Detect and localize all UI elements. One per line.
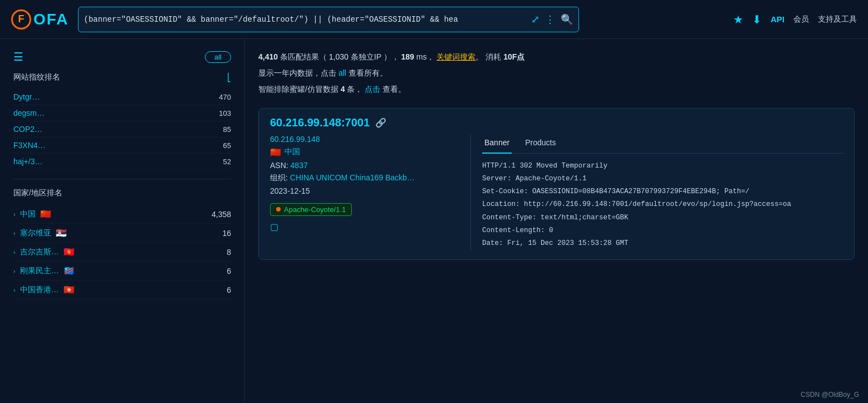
asn-label: ASN: [270, 161, 288, 170]
asn-value[interactable]: 4837 [291, 161, 308, 170]
china-flag: 🇨🇳 [270, 147, 281, 158]
result-unit: 条匹配结果（ [280, 52, 327, 61]
country-flag: 🇨🇩 [63, 266, 75, 276]
tech-dot [276, 207, 281, 212]
download-icon[interactable]: ⬇ [752, 13, 762, 26]
expand-arrow: › [13, 211, 16, 218]
filter-icon[interactable]: ☰ [13, 50, 23, 63]
expand-arrow: › [13, 287, 16, 293]
all-link[interactable]: all [339, 68, 346, 77]
country-label: 中国 [20, 209, 36, 219]
sidebar-country-item[interactable]: ›吉尔吉斯…🇰🇬8 [13, 243, 231, 262]
card-left: 60.216.99.148 🇨🇳 中国 ASN: 4837 组织: CHINA … [270, 135, 470, 251]
sidebar-divider [13, 179, 231, 179]
keyword-search-link[interactable]: 关键词搜索 [437, 52, 475, 61]
fp-label: haj+/3… [13, 157, 43, 166]
sidebar-filter-row: ☰ all [13, 50, 231, 63]
search-bar: ⤢ ⋮ 🔍 [78, 7, 579, 32]
sidebar-fingerprint-item[interactable]: Dytgr…470 [13, 89, 231, 105]
search-input[interactable] [84, 15, 531, 24]
country-count: 8 [227, 248, 231, 257]
ip-count: 1,030 [329, 52, 349, 61]
results-summary: 4,410 条匹配结果（ 1,030 条独立IP ）， 189 ms， 关键词搜… [258, 50, 855, 97]
star-icon[interactable]: ★ [733, 13, 743, 26]
fp-count: 470 [219, 93, 231, 101]
sidebar-fingerprint-item[interactable]: COP2…85 [13, 121, 231, 137]
fp-count: 52 [223, 158, 231, 166]
sidebar-country-item[interactable]: ›中国🇨🇳4,358 [13, 205, 231, 224]
expand-arrow: › [13, 230, 16, 237]
ip-only-link[interactable]: 60.216.99.148 [270, 135, 459, 144]
date-value: 2023-12-15 [270, 186, 310, 195]
tab-banner[interactable]: Banner [482, 135, 512, 154]
more-icon[interactable]: ⋮ [545, 13, 555, 26]
search-button[interactable]: 🔍 [561, 13, 573, 26]
sidebar-fingerprint-item[interactable]: F3XN4…65 [13, 137, 231, 154]
sidebar-country-item[interactable]: ›塞尔维亚🇷🇸16 [13, 224, 231, 243]
nav-member[interactable]: 会员 [793, 14, 809, 24]
honeypot-link[interactable]: 点击 [365, 85, 380, 94]
summary-line-3: 智能排除蜜罐/仿冒数据 4 条， 点击 查看。 [258, 82, 855, 96]
summary-line-1: 4,410 条匹配结果（ 1,030 条独立IP ）， 189 ms， 关键词搜… [258, 50, 855, 64]
country-count: 6 [227, 286, 231, 294]
country-flag: 🇭🇰 [63, 284, 75, 295]
country-label: 塞尔维亚 [20, 228, 51, 238]
org-row: 组织: CHINA UNICOM China169 Backb… [270, 173, 459, 183]
fp-label: COP2… [13, 125, 42, 134]
fingerprint-filter-icon[interactable]: ⎣ [227, 73, 231, 82]
fingerprint-list: Dytgr…470degsm…103COP2…85F3XN4…65haj+/3…… [13, 89, 231, 170]
tab-products[interactable]: Products [523, 135, 558, 154]
country-label: 刚果民主… [20, 266, 59, 276]
header: F OFA ⤢ ⋮ 🔍 ★ ⬇ API 会员 支持及工具 [0, 0, 868, 39]
main-container: ☰ all 网站指纹排名 ⎣ Dytgr…470degsm…103COP2…85… [0, 39, 868, 403]
product-cube-icon: ▢ [270, 222, 459, 232]
consume-text: 消耗 [486, 52, 501, 61]
org-value[interactable]: CHINA UNICOM China169 Backb… [290, 173, 415, 182]
country-list: ›中国🇨🇳4,358›塞尔维亚🇷🇸16›吉尔吉斯…🇰🇬8›刚果民主…🇨🇩6›中国… [13, 205, 231, 299]
logo-area: F OFA [11, 9, 69, 30]
api-button[interactable]: API [771, 14, 784, 24]
banner-line: Content-Length: 0 [482, 225, 843, 237]
summary-line-2: 显示一年内数据，点击 all 查看所有。 [258, 66, 855, 80]
banner-line: Content-Type: text/html;charset=GBK [482, 212, 843, 224]
logo-icon: F [11, 9, 31, 30]
expand-icon[interactable]: ⤢ [531, 13, 540, 26]
sidebar-country-item[interactable]: ›刚果民主…🇨🇩6 [13, 262, 231, 281]
card-header: 60.216.99.148:7001 🔗 [259, 109, 854, 135]
fp-count: 85 [223, 125, 231, 134]
sidebar-fingerprint-item[interactable]: degsm…103 [13, 105, 231, 121]
logo-text: OFA [33, 11, 69, 28]
fp-label: degsm… [13, 109, 45, 117]
tabs-row: BannerProducts [482, 135, 843, 154]
ip-port-link[interactable]: 60.216.99.148:7001 [270, 116, 370, 129]
country-name: 中国 [285, 147, 300, 157]
nav-support[interactable]: 支持及工具 [818, 14, 857, 24]
country-count: 4,358 [212, 210, 231, 219]
country-flag: 🇨🇳 [40, 209, 51, 219]
result-count: 4,410 [258, 52, 278, 61]
fp-label: Dytgr… [13, 92, 40, 101]
banner-line: Location: http://60.216.99.148:7001/defa… [482, 199, 843, 210]
footer-credit: CSDN @OldBoy_G [801, 391, 859, 399]
banner-line: Server: Apache-Coyote/1.1 [482, 173, 843, 185]
sidebar-country-item[interactable]: ›中国香港…🇭🇰6 [13, 281, 231, 299]
card-right: BannerProducts HTTP/1.1 302 Moved Tempor… [470, 135, 843, 251]
ip-unit: 条独立IP [351, 52, 381, 61]
country-row: 🇨🇳 中国 [270, 147, 459, 158]
asn-row: ASN: 4837 [270, 161, 459, 170]
banner-line: HTTP/1.1 302 Moved Temporarily [482, 160, 843, 172]
fp-count: 103 [219, 109, 231, 117]
header-action-icons: ★ ⬇ API 会员 支持及工具 [733, 13, 857, 26]
sidebar-fingerprint-item[interactable]: haj+/3…52 [13, 154, 231, 170]
country-count: 16 [222, 229, 231, 238]
date-row: 2023-12-15 [270, 186, 459, 195]
search-actions: ⤢ ⋮ 🔍 [531, 13, 573, 26]
country-flag: 🇰🇬 [63, 247, 75, 257]
banner-line: Set-Cookie: OASESSIONID=08B4B473ACA27B70… [482, 186, 843, 198]
result-card: 60.216.99.148:7001 🔗 60.216.99.148 🇨🇳 中国… [258, 108, 855, 261]
tech-tag[interactable]: Apache-Coyote/1.1 [270, 203, 352, 216]
tech-label: Apache-Coyote/1.1 [284, 205, 346, 214]
all-badge[interactable]: all [205, 51, 231, 63]
fp-label: F3XN4… [13, 141, 46, 150]
country-flag: 🇷🇸 [56, 228, 67, 238]
